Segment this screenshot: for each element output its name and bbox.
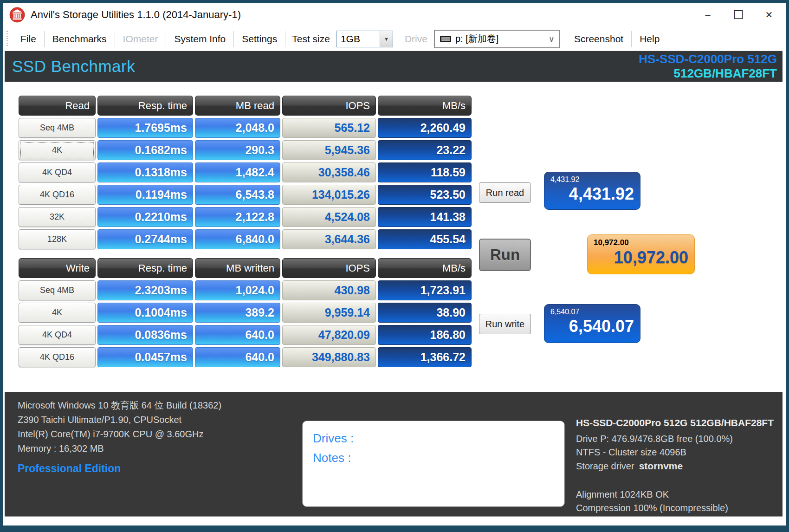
run-read-button[interactable]: Run read [479,182,531,203]
drives-notes-box[interactable]: Drives : Notes : [302,421,565,507]
read-row-1-mbs: 23.22 [378,140,472,160]
write-row-3-iops: 349,880.83 [282,347,376,367]
menu-iometer: IOmeter [115,27,166,51]
read-score-box: 4,431.92 4,431.92 [544,172,640,210]
write-header-2: MB written [195,258,280,278]
spacer [576,473,783,488]
read-row-3-iops: 134,015.26 [282,185,376,205]
write-row-1-label[interactable]: 4K [19,303,96,323]
menu-screenshot[interactable]: Screenshot [566,27,631,51]
filesystem-line: NTFS - Cluster size 4096B [576,446,783,459]
drive-label: Drive [398,33,434,45]
toolbar-grip-icon [6,31,8,47]
write-row-0-iops: 430.98 [282,280,376,300]
read-header-1: Resp. time [97,96,193,116]
storage-driver-line: Storage driverstornvme [576,459,783,473]
read-row-4-label[interactable]: 32K [19,207,96,227]
write-row-2-resp: 0.0836ms [97,325,193,345]
write-row-3-resp: 0.0457ms [97,347,193,367]
read-row-2-label[interactable]: 4K QD4 [19,162,96,182]
drive-capacity-line: Drive P: 476.9/476.8GB free (100.0%) [576,432,783,446]
read-row-2-resp: 0.1318ms [97,162,193,182]
window-title: Anvil's Storage Utilities 1.1.0 (2014-Ja… [31,9,241,21]
write-score-box: 6,540.07 6,540.07 [544,304,640,343]
read-row-3-resp: 0.1194ms [97,185,193,205]
read-row-1-iops: 5,945.36 [282,140,376,160]
read-row-2-mb: 1,482.4 [195,162,280,182]
chevron-down-icon: ∨ [549,34,555,44]
write-row-1-mbs: 38.90 [378,303,472,323]
read-row-5-mb: 6,840.0 [195,229,280,249]
menu-settings[interactable]: Settings [234,27,285,51]
write-table: WriteResp. timeMB writtenIOPSMB/sSeq 4MB… [19,258,472,367]
compression-line: Compression 100% (Incompressible) [576,501,783,515]
write-row-3-mb: 640.0 [195,347,280,367]
write-row-1-iops: 9,959.14 [282,303,376,323]
memory-line: Memory : 16,302 MB [18,441,221,456]
read-row-0-label[interactable]: Seq 4MB [19,118,96,138]
write-row-0-resp: 2.3203ms [97,280,193,300]
write-row-3-mbs: 1,366.72 [378,347,472,367]
write-score-small: 6,540.07 [550,308,634,316]
storage-driver-label: Storage driver [576,461,634,471]
main-area: ReadResp. timeMB readIOPSMB/sSeq 4MB1.76… [3,82,786,392]
read-row-5-resp: 0.2744ms [97,229,193,249]
storage-driver-value: stornvme [639,461,683,471]
menu-benchmarks[interactable]: Benchmarks [45,27,115,51]
drive-value: p: [新加卷] [455,32,498,45]
system-info: Microsoft Windows 10 教育版 64 位 Build (183… [18,398,221,476]
read-row-3-mb: 6,543.8 [195,185,280,205]
write-row-2-iops: 47,820.09 [282,325,376,345]
write-row-0-label[interactable]: Seq 4MB [19,280,96,300]
footer-panel: Microsoft Windows 10 教育版 64 位 Build (183… [5,392,783,517]
device-name: HS-SSD-C2000Pro 512G 512GB/HBAF28FT [639,52,777,80]
write-row-1-resp: 0.1004ms [97,303,193,323]
write-row-2-label[interactable]: 4K QD4 [19,325,96,345]
total-score-small: 10,972.00 [594,238,688,247]
write-header-4: MB/s [378,258,472,278]
write-header-1: Resp. time [97,258,193,278]
board-line: Z390 Taichi Ultimate/P1.90, CPUSocket [18,413,221,427]
run-button[interactable]: Run [479,239,531,271]
write-row-3-label[interactable]: 4K QD16 [19,347,96,367]
menu-system-info[interactable]: System Info [166,27,233,51]
drive-select[interactable]: p: [新加卷] ∨ [434,30,560,48]
write-row-0-mbs: 1,723.91 [378,280,472,300]
read-row-4-mb: 2,122.8 [195,207,280,227]
write-row-0-mb: 1,024.0 [195,280,280,300]
read-header-0: Read [19,96,96,116]
menu-help[interactable]: Help [632,27,667,51]
read-row-2-mbs: 118.59 [378,162,472,182]
read-table: ReadResp. timeMB readIOPSMB/sSeq 4MB1.76… [19,96,472,249]
maximize-button[interactable]: ☐ [723,4,754,26]
close-button[interactable]: ✕ [754,4,784,26]
read-header-4: MB/s [378,96,472,116]
cpu-line: Intel(R) Core(TM) i7-9700K CPU @ 3.60GHz [18,427,221,441]
run-write-button[interactable]: Run write [479,314,531,334]
menu-file[interactable]: File [13,27,44,51]
write-header-0: Write [19,258,96,278]
total-score-large: 10,972.00 [594,248,688,267]
read-row-5-mbs: 455.54 [378,229,472,249]
read-row-1-label[interactable]: 4K [19,140,96,160]
read-row-5-label[interactable]: 128K [19,229,96,249]
total-score-box: 10,972.00 10,972.00 [587,234,695,274]
test-size-select[interactable]: 1GB ▼ [336,31,393,47]
drive-info-title: HS-SSD-C2000Pro 512G 512GB/HBAF28FT [576,416,783,429]
read-score-large: 4,431.92 [550,184,634,204]
chevron-down-icon[interactable]: ▼ [380,31,393,47]
app-icon [9,7,25,23]
write-row-2-mbs: 186.80 [378,325,472,345]
app-window: Anvil's Storage Utilities 1.1.0 (2014-Ja… [0,0,789,532]
page-title: SSD Benchmark [12,57,135,76]
menubar: File Benchmarks IOmeter System Info Sett… [3,27,786,51]
minimize-button[interactable]: – [692,4,723,26]
read-row-3-label[interactable]: 4K QD16 [19,185,96,205]
read-header-3: IOPS [282,96,376,116]
read-row-1-resp: 0.1682ms [97,140,193,160]
drive-info: HS-SSD-C2000Pro 512G 512GB/HBAF28FT Driv… [576,416,783,515]
read-row-4-resp: 0.2210ms [97,207,193,227]
read-score-small: 4,431.92 [550,175,634,184]
write-header-3: IOPS [282,258,376,278]
device-line2: 512GB/HBAF28FT [639,66,777,81]
